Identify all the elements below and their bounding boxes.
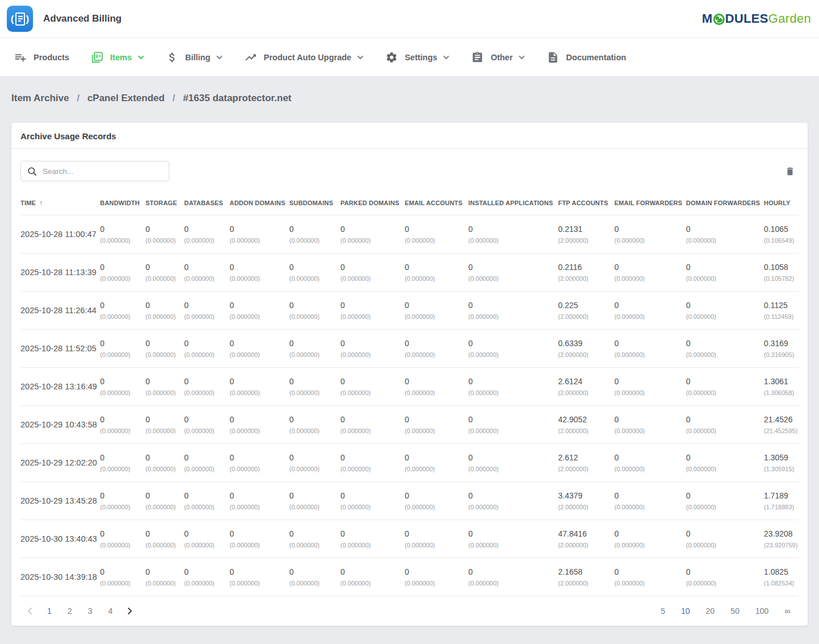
page-size-100[interactable]: 100 (747, 605, 776, 617)
breadcrumb-separator: / (172, 93, 175, 103)
column-header-email-forwarders[interactable]: EMAIL FORWARDERS (614, 190, 686, 215)
usage-cell: 0(0.000000) (468, 520, 558, 558)
usage-cell: 0(0.000000) (145, 406, 184, 444)
usage-cell: 0(0.000000) (686, 520, 764, 558)
table-row: 2025-10-30 14:39:180(0.000000)0(0.000000… (20, 558, 799, 596)
column-header-bandwidth[interactable]: BANDWIDTH (100, 190, 145, 215)
usage-cell: 0(0.000000) (184, 215, 230, 254)
playlist-add-icon (14, 51, 27, 64)
time-cell: 2025-10-29 10:43:58 (20, 406, 100, 444)
column-header-time[interactable]: TIME↑ (20, 190, 100, 215)
chevron-down-icon (518, 55, 525, 60)
nav-item-other[interactable]: Other (460, 51, 536, 64)
usage-cell: 0(0.000000) (614, 368, 686, 406)
column-header-subdomains[interactable]: SUBDOMAINS (289, 190, 340, 215)
page-number-1[interactable]: 1 (39, 605, 60, 617)
usage-cell: 0(0.000000) (145, 444, 184, 482)
nav-item-settings[interactable]: Settings (375, 51, 460, 64)
usage-cell: 0(0.000000) (289, 406, 340, 444)
nav-label: Products (34, 53, 69, 62)
usage-cell: 0(0.000000) (100, 254, 145, 292)
breadcrumb-item-archive[interactable]: Item Archive (11, 93, 69, 103)
usage-cell: 1.7189(1.718883) (764, 482, 799, 520)
usage-table: TIME↑ BANDWIDTH STORAGE DATABASES ADDON … (20, 190, 799, 596)
page-number-2[interactable]: 2 (60, 605, 80, 617)
modulesgarden-logo: M DULES Garden (702, 11, 811, 26)
usage-cell: 0(0.000000) (184, 558, 230, 596)
usage-cell: 0(0.000000) (230, 292, 289, 330)
column-header-email-accounts[interactable]: EMAIL ACCOUNTS (405, 190, 468, 215)
billing-document-icon (15, 13, 25, 26)
dollar-icon (166, 51, 178, 64)
usage-cell: 2.612(2.000000) (558, 444, 614, 482)
breadcrumb-product[interactable]: cPanel Extended (88, 93, 165, 103)
usage-cell: 0(0.000000) (405, 558, 468, 596)
column-header-addon-domains[interactable]: ADDON DOMAINS (230, 190, 289, 215)
page-number-4[interactable]: 4 (100, 605, 120, 617)
usage-cell: 0(0.000000) (405, 292, 468, 330)
table-toolbar (11, 149, 808, 190)
page-size-10[interactable]: 10 (673, 605, 698, 617)
table-row: 2025-10-29 10:43:580(0.000000)0(0.000000… (20, 406, 799, 444)
page-size-50[interactable]: 50 (722, 605, 747, 617)
usage-cell: 0(0.000000) (686, 292, 764, 330)
column-header-ftp-accounts[interactable]: FTP ACCOUNTS (558, 190, 614, 215)
column-header-parked-domains[interactable]: PARKED DOMAINS (340, 190, 405, 215)
usage-cell: 0(0.000000) (100, 520, 145, 558)
usage-cell: 0(0.000000) (145, 330, 184, 368)
usage-cell: 0(0.000000) (468, 215, 558, 254)
nav-label: Items (110, 53, 132, 62)
nav-item-billing[interactable]: Billing (155, 51, 234, 64)
search-box[interactable] (20, 161, 169, 181)
usage-cell: 0(0.000000) (145, 292, 184, 330)
usage-cell: 0(0.000000) (686, 215, 764, 254)
usage-cell: 1.3061(1.306058) (764, 368, 799, 406)
column-header-domain-forwarders[interactable]: DOMAIN FORWARDERS (686, 190, 764, 215)
usage-cell: 0(0.000000) (614, 444, 686, 482)
time-cell: 2025-10-28 13:16:49 (20, 368, 100, 406)
table-row: 2025-10-28 11:13:390(0.000000)0(0.000000… (20, 254, 799, 292)
column-header-databases[interactable]: DATABASES (184, 190, 230, 215)
usage-cell: 0(0.000000) (145, 368, 184, 406)
page-size-5[interactable]: 5 (652, 605, 673, 617)
usage-cell: 0(0.000000) (100, 482, 145, 520)
usage-cell: 0.3169(0.316905) (764, 330, 799, 368)
usage-cell: 0(0.000000) (468, 330, 558, 368)
delete-records-button[interactable] (781, 164, 799, 179)
usage-cell: 42.9052(2.000000) (558, 406, 614, 444)
usage-cell: 0(0.000000) (468, 406, 558, 444)
page-size-20[interactable]: 20 (698, 605, 723, 617)
nav-item-product-auto-upgrade[interactable]: Product Auto Upgrade (234, 51, 375, 64)
sort-asc-icon: ↑ (39, 199, 43, 207)
usage-cell: 0(0.000000) (340, 482, 405, 520)
trash-icon (785, 166, 795, 177)
search-icon (27, 166, 38, 177)
column-header-storage[interactable]: STORAGE (145, 190, 184, 215)
usage-cell: 0(0.000000) (340, 520, 405, 558)
usage-cell: 0(0.000000) (289, 444, 340, 482)
usage-cell: 2.6124(2.000000) (558, 368, 614, 406)
usage-cell: 0(0.000000) (145, 558, 184, 596)
usage-cell: 0(0.000000) (340, 254, 405, 292)
prev-page-icon[interactable] (20, 606, 39, 616)
next-page-icon[interactable] (120, 606, 139, 616)
page-size-all[interactable]: ∞ (776, 605, 799, 617)
page-number-3[interactable]: 3 (80, 605, 101, 617)
search-input[interactable] (43, 167, 163, 176)
nav-item-documentation[interactable]: Documentation (536, 51, 637, 64)
usage-cell: 0(0.000000) (289, 520, 340, 558)
usage-cell: 0(0.000000) (468, 254, 558, 292)
usage-cell: 0(0.000000) (405, 254, 468, 292)
column-header-hourly[interactable]: HOURLY (764, 190, 799, 215)
usage-cell: 0(0.000000) (100, 215, 145, 254)
table-row: 2025-10-29 13:45:280(0.000000)0(0.000000… (20, 482, 799, 520)
usage-cell: 0(0.000000) (405, 215, 468, 254)
usage-cell: 0(0.000000) (686, 254, 764, 292)
usage-cell: 0(0.000000) (614, 292, 686, 330)
column-header-installed-applications[interactable]: INSTALLED APPLICATIONS (468, 190, 558, 215)
usage-cell: 0(0.000000) (100, 406, 145, 444)
nav-item-products[interactable]: Products (3, 51, 80, 64)
breadcrumb: Item Archive / cPanel Extended / #1635 d… (11, 93, 808, 104)
nav-item-items[interactable]: 9+ Items (80, 51, 155, 64)
clipboard-icon (471, 51, 484, 64)
